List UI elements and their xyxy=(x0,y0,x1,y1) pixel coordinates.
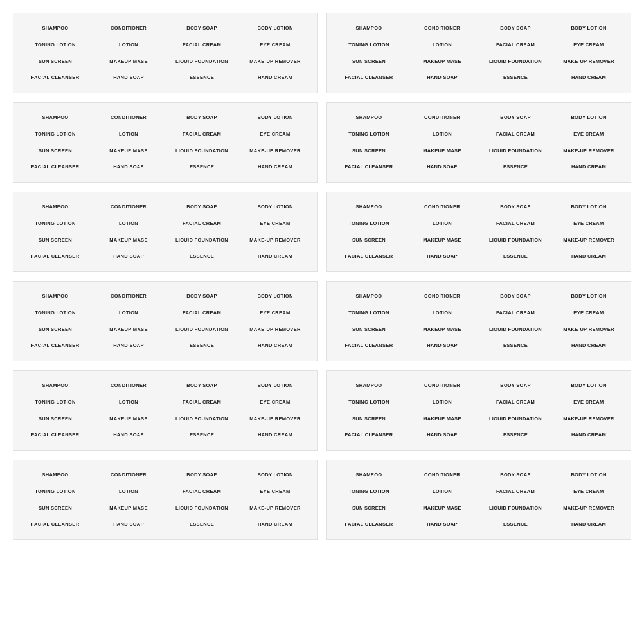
label-text-6-1-1: LOTION xyxy=(119,310,138,316)
label-item-8-3-1: HAND SOAP xyxy=(93,429,164,441)
label-item-10-3-1: HAND SOAP xyxy=(93,519,164,530)
label-item-4-0-3: BODY LOTION xyxy=(240,201,310,213)
label-item-9-0-0: SHAMPOO xyxy=(334,380,404,391)
label-item-5-3-0: FACIAL CLEANSER xyxy=(334,251,404,262)
label-item-5-3-2: ESSENCE xyxy=(480,251,551,262)
label-item-7-3-3: HAND CREAM xyxy=(553,340,624,352)
label-text-2-0-1: CONDITIONER xyxy=(111,114,147,121)
label-sheet-6: SHAMPOOCONDITIONERBODY SOAPBODY LOTIONTO… xyxy=(13,281,318,361)
label-item-2-0-0: SHAMPOO xyxy=(20,112,91,123)
label-text-5-2-1: MAKEUP MASE xyxy=(423,237,461,244)
label-text-7-3-3: HAND CREAM xyxy=(571,343,606,349)
label-item-6-2-0: SUN SCREEN xyxy=(20,324,91,335)
label-item-8-0-3: BODY LOTION xyxy=(240,380,310,391)
label-text-4-2-1: MAKEUP MASE xyxy=(109,237,147,244)
label-text-2-2-1: MAKEUP MASE xyxy=(109,148,147,154)
label-text-7-3-0: FACIAL CLEANSER xyxy=(345,343,393,349)
label-item-1-0-1: CONDITIONER xyxy=(407,22,478,34)
label-text-8-3-0: FACIAL CLEANSER xyxy=(31,432,80,438)
label-item-4-1-3: EYE CREAM xyxy=(240,218,310,229)
label-text-7-2-2: LIОUID FOUNDATION xyxy=(489,326,542,333)
label-text-10-0-1: CONDITIONER xyxy=(111,472,147,478)
label-item-10-2-1: MAKEUP MASE xyxy=(93,503,164,514)
label-item-0-3-2: ESSENCE xyxy=(166,72,237,84)
label-text-0-0-1: CONDITIONER xyxy=(111,25,147,31)
label-text-6-3-0: FACIAL CLEANSER xyxy=(31,343,80,349)
label-item-4-0-0: SHAMPOO xyxy=(20,201,91,213)
label-text-8-2-1: MAKEUP MASE xyxy=(109,416,147,422)
label-text-7-1-1: LOTION xyxy=(433,310,452,316)
label-item-9-1-0: TONING LOTION xyxy=(334,397,404,408)
label-item-11-1-1: LOTION xyxy=(407,486,478,497)
label-text-1-1-2: FACIAL CREAM xyxy=(496,42,535,48)
label-item-11-0-2: BODY SOAP xyxy=(480,469,551,481)
label-text-10-1-0: TONING LOTION xyxy=(35,488,75,495)
label-item-11-3-1: HAND SOAP xyxy=(407,519,478,530)
label-text-5-1-0: TONING LOTION xyxy=(348,220,389,227)
label-text-1-2-2: LIОUID FOUNDATION xyxy=(489,58,542,65)
label-text-8-1-0: TONING LOTION xyxy=(35,399,75,406)
label-item-0-0-2: BODY SOAP xyxy=(166,22,237,34)
label-text-1-3-2: ESSENCE xyxy=(503,75,528,81)
label-item-3-0-1: CONDITIONER xyxy=(407,112,478,123)
label-text-1-2-0: SUN SCREEN xyxy=(352,58,386,65)
label-text-1-1-1: LOTION xyxy=(433,42,452,48)
label-item-6-3-2: ESSENCE xyxy=(166,340,237,352)
label-item-5-1-0: TONING LOTION xyxy=(334,218,404,229)
label-item-10-0-2: BODY SOAP xyxy=(166,469,237,481)
label-item-6-3-3: HAND CREAM xyxy=(240,340,310,352)
label-item-7-1-0: TONING LOTION xyxy=(334,307,404,319)
label-item-3-1-0: TONING LOTION xyxy=(334,129,404,140)
label-item-0-1-2: FACIAL CREAM xyxy=(166,39,237,51)
label-text-8-1-1: LOTION xyxy=(119,399,138,406)
label-text-1-0-1: CONDITIONER xyxy=(424,25,460,31)
label-item-2-1-2: FACIAL CREAM xyxy=(166,129,237,140)
label-text-6-0-0: SHAMPOO xyxy=(42,293,69,300)
label-text-1-0-2: BODY SOAP xyxy=(500,25,531,31)
label-item-3-2-2: LIОUID FOUNDATION xyxy=(480,145,551,157)
label-text-3-1-0: TONING LOTION xyxy=(348,131,389,138)
label-text-0-2-1: MAKEUP MASE xyxy=(109,58,147,65)
label-sheet-11: SHAMPOOCONDITIONERBODY SOAPBODY LOTIONTO… xyxy=(326,460,631,540)
label-item-7-1-3: EYE CREAM xyxy=(553,307,624,319)
label-text-9-2-3: MAKE-UP REMOVER xyxy=(563,416,614,422)
label-item-0-3-3: HAND CREAM xyxy=(240,72,310,84)
label-item-8-3-0: FACIAL CLEANSER xyxy=(20,429,91,441)
label-item-0-3-0: FACIAL CLEANSER xyxy=(20,72,91,84)
label-text-9-1-3: EYE CREAM xyxy=(573,399,604,406)
label-item-10-2-3: MAKE-UP REMOVER xyxy=(240,503,310,514)
label-item-5-3-3: HAND CREAM xyxy=(553,251,624,262)
label-sheet-7: SHAMPOOCONDITIONERBODY SOAPBODY LOTIONTO… xyxy=(326,281,631,361)
label-item-8-2-2: LIОUID FOUNDATION xyxy=(166,413,237,425)
label-item-7-0-0: SHAMPOO xyxy=(334,291,404,302)
label-text-0-0-2: BODY SOAP xyxy=(186,25,217,31)
label-item-3-1-1: LOTION xyxy=(407,129,478,140)
label-item-0-0-3: BODY LOTION xyxy=(240,22,310,34)
label-text-11-1-2: FACIAL CREAM xyxy=(496,488,535,495)
label-text-4-2-2: LIОUID FOUNDATION xyxy=(175,237,228,244)
label-item-4-2-3: MAKE-UP REMOVER xyxy=(240,235,310,246)
label-text-10-2-2: LIОUID FOUNDATION xyxy=(175,505,228,512)
label-text-2-1-1: LOTION xyxy=(119,131,138,138)
label-text-9-3-2: ESSENCE xyxy=(503,432,528,438)
label-text-6-1-0: TONING LOTION xyxy=(35,310,75,316)
label-text-2-3-0: FACIAL CLEANSER xyxy=(31,164,80,170)
label-text-9-1-2: FACIAL CREAM xyxy=(496,399,535,406)
label-item-4-1-1: LOTION xyxy=(93,218,164,229)
label-text-6-2-2: LIОUID FOUNDATION xyxy=(175,326,228,333)
label-text-0-2-3: MAKE-UP REMOVER xyxy=(249,58,300,65)
label-text-9-3-1: HAND SOAP xyxy=(427,432,458,438)
label-item-7-2-0: SUN SCREEN xyxy=(334,324,404,335)
label-item-4-3-3: HAND CREAM xyxy=(240,251,310,262)
label-item-9-2-1: MAKEUP MASE xyxy=(407,413,478,425)
label-sheet-4: SHAMPOOCONDITIONERBODY SOAPBODY LOTIONTO… xyxy=(13,192,318,272)
label-item-1-1-3: EYE CREAM xyxy=(553,39,624,51)
label-item-1-2-1: MAKEUP MASE xyxy=(407,56,478,67)
label-item-7-2-3: MAKE-UP REMOVER xyxy=(553,324,624,335)
label-item-0-2-0: SUN SCREEN xyxy=(20,56,91,67)
label-item-1-0-2: BODY SOAP xyxy=(480,22,551,34)
label-item-3-1-2: FACIAL CREAM xyxy=(480,129,551,140)
label-item-9-1-1: LOTION xyxy=(407,397,478,408)
label-text-0-3-1: HAND SOAP xyxy=(113,75,144,81)
label-item-7-3-0: FACIAL CLEANSER xyxy=(334,340,404,352)
